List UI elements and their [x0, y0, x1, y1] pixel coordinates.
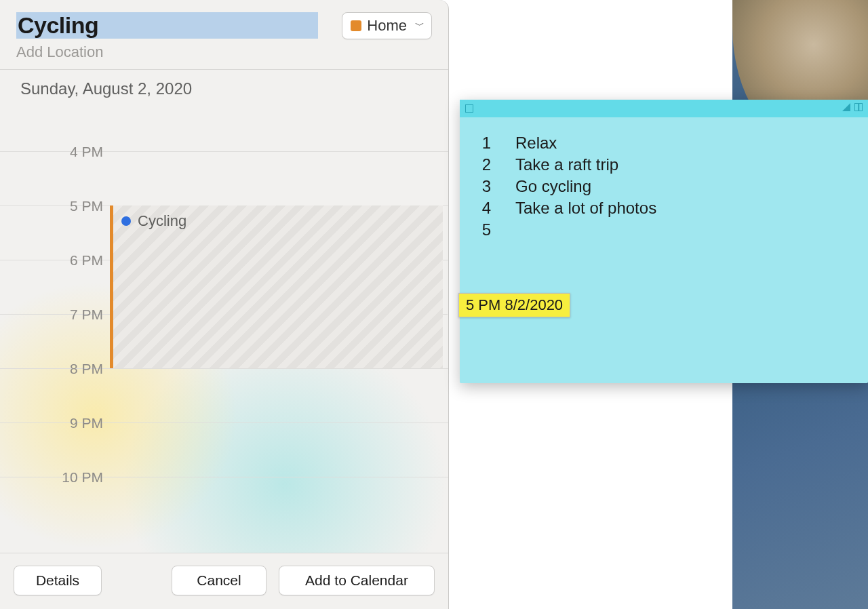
list-item-number: 5: [479, 220, 491, 239]
calendar-selector-label: Home: [367, 17, 407, 35]
hour-label: 10 PM: [56, 469, 103, 486]
list-item[interactable]: 5: [479, 220, 849, 239]
event-block-title: Cycling: [138, 212, 186, 230]
stickies-body[interactable]: 1Relax2Take a raft trip3Go cycling4Take …: [460, 117, 868, 383]
hour-label: 4 PM: [56, 144, 103, 160]
hour-row: 10 PM: [0, 477, 448, 531]
timeline[interactable]: 4 PM5 PM6 PM7 PM8 PM9 PM10 PMCycling: [0, 104, 448, 553]
hour-label: 7 PM: [56, 307, 103, 323]
list-item[interactable]: 1Relax: [479, 134, 849, 153]
event-title-input[interactable]: [16, 12, 318, 39]
list-item-number: 2: [479, 155, 491, 174]
list-item-text: Relax: [515, 134, 557, 153]
resize-icon[interactable]: [842, 103, 850, 111]
chevron-down-icon: ﹀: [415, 20, 425, 32]
location-input[interactable]: [16, 43, 432, 61]
close-icon[interactable]: [465, 104, 473, 113]
hour-label: 9 PM: [56, 415, 103, 431]
details-button[interactable]: Details: [14, 566, 102, 595]
list-item-text: Take a raft trip: [515, 155, 618, 174]
add-to-calendar-button[interactable]: Add to Calendar: [279, 566, 435, 595]
list-item-number: 4: [479, 199, 491, 218]
calendar-selector[interactable]: Home ﹀: [342, 12, 432, 39]
hour-row: 4 PM: [0, 151, 448, 205]
event-header: Home ﹀: [0, 0, 448, 70]
list-item[interactable]: 2Take a raft trip: [479, 155, 849, 174]
datetime-tooltip: 5 PM 8/2/2020: [458, 293, 570, 317]
hour-row: 9 PM: [0, 423, 448, 477]
popover-footer: Details Cancel Add to Calendar: [0, 553, 448, 609]
calendar-color-swatch: [351, 20, 361, 31]
list-item[interactable]: 4Take a lot of photos: [479, 199, 849, 218]
stickies-titlebar[interactable]: [460, 100, 868, 117]
maximize-icon[interactable]: [854, 103, 863, 111]
cancel-button[interactable]: Cancel: [172, 566, 267, 595]
event-popover: Home ﹀ Sunday, August 2, 2020 4 PM5 PM6 …: [0, 0, 449, 609]
list-item-text: Take a lot of photos: [515, 199, 656, 218]
hour-label: 5 PM: [56, 198, 103, 214]
event-date-label: Sunday, August 2, 2020: [0, 70, 448, 104]
list-item-number: 1: [479, 134, 491, 153]
event-dot-icon: [121, 216, 131, 226]
stickies-window[interactable]: 1Relax2Take a raft trip3Go cycling4Take …: [460, 100, 868, 383]
list-item-text: Go cycling: [515, 177, 591, 196]
list-item[interactable]: 3Go cycling: [479, 177, 849, 196]
hour-label: 6 PM: [56, 252, 103, 269]
hour-label: 8 PM: [56, 361, 103, 377]
hour-row: 8 PM: [0, 368, 448, 423]
list-item-number: 3: [479, 177, 491, 196]
event-block[interactable]: Cycling: [110, 205, 443, 368]
